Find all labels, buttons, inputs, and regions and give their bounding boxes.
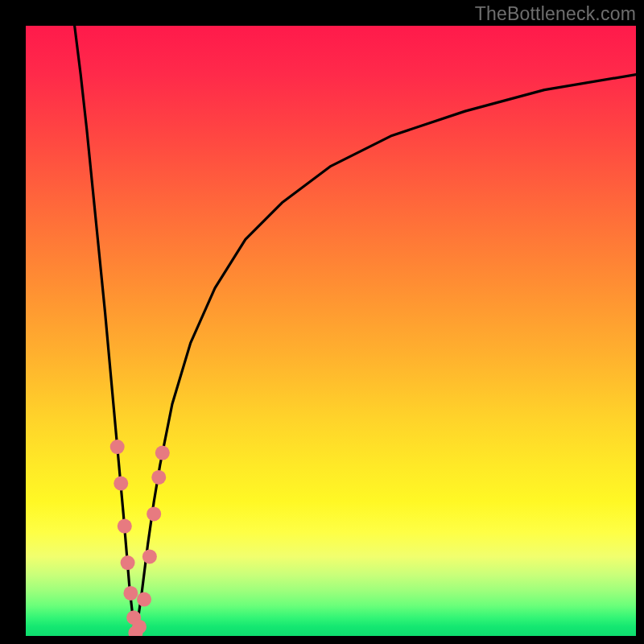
marker-point (110, 440, 125, 454)
marker-point (132, 620, 147, 634)
marker-point (123, 586, 138, 601)
curve-layer (26, 26, 636, 636)
chart-frame: TheBottleneck.com (0, 0, 644, 644)
marker-point (142, 549, 157, 564)
curve-left-branch (75, 26, 136, 636)
marker-point (118, 519, 132, 534)
marker-point (147, 506, 161, 521)
marker-point (114, 477, 128, 491)
marker-point (137, 592, 151, 607)
marker-point (155, 446, 170, 460)
watermark-text: TheBottleneck.com (475, 5, 636, 23)
marker-point (151, 470, 166, 485)
marker-point (121, 555, 135, 570)
curve-right-branch (135, 75, 636, 636)
plot-area (26, 26, 636, 636)
